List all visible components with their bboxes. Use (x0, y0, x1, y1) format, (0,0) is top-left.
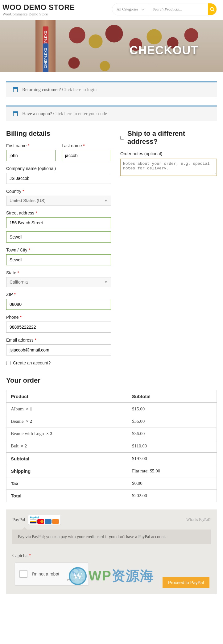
billing-column: Billing details First name * Last name *… (6, 130, 111, 365)
info-icon (13, 111, 18, 116)
zip-field: ZIP * (6, 292, 111, 310)
order-notes-label: Order notes (optional) (120, 151, 217, 156)
phone-field: Phone * (6, 315, 111, 333)
discover-icon (52, 519, 59, 524)
amex-icon (45, 519, 52, 524)
email-field: Email address * (6, 338, 111, 355)
country-field: Country * United States (US) ▼ (6, 189, 111, 206)
first-name-input[interactable] (6, 150, 56, 161)
site-title[interactable]: WOO DEMO STORE (2, 3, 75, 12)
phone-input[interactable] (6, 322, 111, 333)
paypal-cards-icon: PayPal (28, 515, 60, 525)
street-2-input[interactable] (6, 231, 111, 243)
order-notes-input[interactable] (120, 159, 217, 176)
paypal-description: Pay via PayPal; you can pay with your cr… (12, 530, 211, 544)
site-header: WOO DEMO STORE WooCommerce Demo Store Al… (0, 0, 223, 20)
street-address-field: Street address * (6, 210, 111, 228)
brand-block: WOO DEMO STORE WooCommerce Demo Store (2, 3, 75, 17)
search-icon (210, 7, 215, 12)
search-input[interactable] (149, 7, 208, 12)
svg-point-0 (210, 7, 213, 10)
country-select[interactable]: United States (US) ▼ (6, 196, 111, 206)
create-account-row: Create an account? (6, 360, 111, 365)
search-bar: All Categories (112, 3, 217, 15)
state-field: State * California ▼ (6, 270, 111, 287)
paypal-label[interactable]: PayPal (12, 517, 25, 522)
shipping-column: Ship to a different address? Order notes… (120, 130, 217, 365)
order-heading: Your order (6, 376, 217, 384)
coupon-notice: Have a coupon? Click here to enter your … (6, 106, 217, 121)
col-product: Product (6, 390, 128, 403)
ship-different-heading: Ship to a different address? (127, 130, 217, 146)
search-button[interactable] (208, 3, 217, 15)
payment-box: PayPal PayPal What is PayPal? Pay via Pa… (6, 509, 217, 594)
city-field: Town / City * (6, 247, 111, 265)
street-1-input[interactable] (6, 217, 111, 228)
ship-different-checkbox[interactable] (120, 136, 124, 140)
category-select[interactable]: All Categories (112, 3, 149, 15)
svg-line-1 (213, 10, 214, 11)
hero-sign-blue: CINEPLEXX (43, 44, 48, 72)
notice-text: Have a coupon? Click here to enter your … (22, 111, 107, 116)
zip-input[interactable] (6, 299, 111, 310)
captcha-label: Captcha * (12, 553, 211, 558)
first-name-field: First name * (6, 143, 56, 161)
company-field: Company name (optional) (6, 166, 111, 184)
last-name-input[interactable] (62, 150, 111, 161)
order-table: Product Subtotal Album × 1$15.00Beanie ×… (6, 390, 217, 502)
proceed-to-paypal-button[interactable]: Proceed to PayPal (163, 577, 209, 588)
login-link[interactable]: Click here to login (62, 87, 97, 92)
table-row: Beanie × 2$36.00 (6, 415, 217, 428)
notice-text: Returning customer? Click here to login (22, 87, 97, 92)
chevron-down-icon: ▼ (104, 280, 108, 284)
chevron-down-icon: ▼ (104, 199, 108, 202)
last-name-field: Last name * (62, 143, 111, 161)
coupon-link[interactable]: Click here to enter your code (53, 111, 107, 116)
category-label: All Categories (117, 7, 138, 12)
hero-pillar: CINEPLEXX CINEPLEXX (35, 20, 56, 72)
mastercard-icon (37, 519, 44, 524)
city-input[interactable] (6, 254, 111, 265)
visa-icon (30, 519, 37, 524)
table-row: Belt × 2$110.00 (6, 440, 217, 453)
what-is-paypal-link[interactable]: What is PayPal? (186, 517, 211, 522)
page-title: CHECKOUT (130, 44, 198, 57)
site-tagline: WooCommerce Demo Store (2, 12, 75, 17)
table-row: Album × 1$15.00 (6, 403, 217, 415)
recaptcha-icon (71, 567, 81, 576)
chevron-down-icon (141, 8, 144, 11)
create-account-checkbox[interactable] (6, 361, 10, 365)
state-select[interactable]: California ▼ (6, 277, 111, 287)
email-input[interactable] (6, 344, 111, 355)
returning-customer-notice: Returning customer? Click here to login (6, 81, 217, 97)
company-input[interactable] (6, 173, 111, 184)
col-subtotal: Subtotal (128, 390, 217, 403)
hero-banner: CINEPLEXX CINEPLEXX CHECKOUT (0, 20, 223, 72)
info-icon (13, 87, 18, 92)
order-section: Your order Product Subtotal Album × 1$15… (6, 376, 217, 594)
table-row: Beanie with Logo × 2$36.00 (6, 428, 217, 440)
billing-heading: Billing details (6, 130, 111, 138)
